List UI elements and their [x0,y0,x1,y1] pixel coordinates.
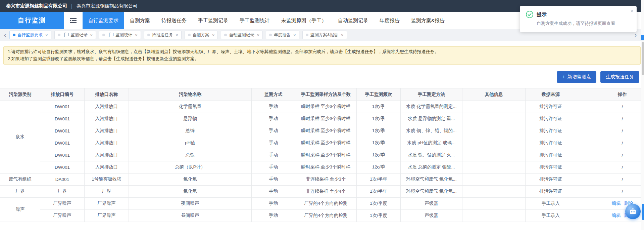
chevron-left-icon[interactable]: ‹ [2,29,8,41]
sidebar-collapse-icon[interactable] [64,12,83,29]
table-row: DW001入河排放口总铁手动瞬时采样 至少3个瞬时样1次/季水质 铁、锰的测定 … [0,149,641,161]
cell-extra [576,101,604,113]
nav-item-4[interactable]: 手工监测统计 [234,12,276,29]
tag-close-icon[interactable]: × [90,33,93,38]
plus-icon: + [562,74,565,80]
topbar-separator: | [71,3,72,9]
vertical-scrollbar[interactable] [641,0,644,230]
tag-close-icon[interactable]: × [341,33,344,38]
nav-item-0[interactable]: 自行监测要求 [83,12,124,29]
app-title[interactable]: 自行监测 [0,12,64,29]
table-row: DW001入河排放口总磷（以P计）手动瞬时采样 至少3个瞬时样1次/季水质 总磷… [0,161,641,173]
cell-outlet-name: 1号酸雾吸收塔 [85,173,129,185]
cell-operation: / [604,113,641,125]
cell-frequency: 1次/季 [357,125,401,137]
nav-item-2[interactable]: 待报送任务 [156,12,192,29]
tag-close-icon[interactable]: × [212,33,215,38]
generate-task-button[interactable]: 生成报送任务 [600,71,639,83]
tag-dot-icon [188,34,191,36]
cell-extra [576,125,604,137]
cell-method: 环境空气和废气 氯化氢... [401,185,462,197]
nav-item-1[interactable]: 自测方案 [124,12,156,29]
cell-mode: 手动 [252,173,295,185]
tag-chip[interactable]: 年度报告× [266,31,299,39]
cell-outlet-no: 厂界噪声 [40,197,85,209]
tag-chip[interactable]: 自行监测要求× [9,31,51,39]
cell-other [462,137,526,149]
edit-link[interactable]: 编辑 [612,201,621,206]
cell-outlet-name: 厂界噪声 [85,209,129,222]
tag-close-icon[interactable]: × [45,33,48,38]
cell-outlet-no: DW001 [40,125,85,137]
cell-method: 水质 总磷的测定 钼酸... [401,161,462,173]
table-row: 厂界噪声厂界噪声昼间噪声手动厂界的4个方向的检测1次/季度声级器手工录入编辑删除 [0,209,641,222]
cell-other [462,149,526,161]
tag-close-icon[interactable]: × [135,33,138,38]
category-cell: 废水 [0,101,40,173]
cell-method: 水质 铜、锌、铅、镉的... [401,125,462,137]
nav-item-7[interactable]: 年度报告 [374,12,405,29]
tag-close-icon[interactable]: × [257,33,259,38]
tag-list: 自行监测要求×手工监测记录×手工监测统计×待报送任务×自测方案×自动监测记录×年… [9,31,347,39]
table-row: 厂界厂界厂界氯化氢手动非连续采样 至少4个1次/半年环境空气和废气 氯化氢...… [0,185,641,197]
add-monitor-point-button[interactable]: + 新增监测点 [557,71,596,83]
cell-source: 排污许可证 [526,161,576,173]
cell-mode: 手动 [252,161,295,173]
tag-close-icon[interactable]: × [293,33,296,38]
nav-item-3[interactable]: 手工监测记录 [192,12,234,29]
cell-outlet-no: DW001 [40,149,85,161]
tag-chip[interactable]: 监测方案&报告× [302,31,347,39]
tag-chip[interactable]: 自动监测记录× [221,31,263,39]
cell-frequency: 1次/季 [357,137,401,149]
cell-source: 排污许可证 [526,137,576,149]
scrollbar-thumb[interactable] [642,42,644,75]
cell-other [462,101,526,113]
tag-chip[interactable]: 自测方案× [185,31,218,39]
toolbar: + 新增监测点 生成报送任务 [5,71,639,83]
assistant-widget[interactable] [625,204,641,219]
category-cell: 厂界 [0,185,40,197]
cell-frequency: 1次/半年 [357,173,401,185]
company-name-secondary[interactable]: 泰兴市宏源钢丝制品有限公司 [77,3,138,9]
cell-other [462,113,526,125]
col-header-10 [576,88,604,101]
edge-tab[interactable] [642,204,644,220]
cell-mode: 手动 [252,101,295,113]
cell-sampling: 瞬时采样 至少3个瞬时样 [295,137,357,149]
col-header-4: 监测方式 [252,88,295,101]
nav-item-8[interactable]: 监测方案&报告 [405,12,450,29]
cell-sampling: 瞬时采样 至少3个瞬时样 [295,161,357,173]
tag-dot-icon [147,34,150,36]
cell-source: 手工录入 [526,209,576,222]
category-cell: 废气有组织 [0,173,40,185]
cell-outlet-no: DA001 [40,173,85,185]
company-name-primary[interactable]: 泰兴市宏源钢丝制品有限公司 [6,3,67,9]
tag-chip[interactable]: 手工监测记录× [54,31,96,39]
edit-link[interactable]: 编辑 [612,213,621,218]
cell-outlet-name: 入河排放口 [85,137,129,149]
tag-close-icon[interactable]: × [176,33,178,38]
col-header-0: 污染源类别 [0,88,40,101]
table-row: 噪声厂界噪声厂界噪声夜间噪声手动厂界的4个方向的检测1次/季度声级器手工录入编辑… [0,197,641,209]
tag-chip[interactable]: 手工监测统计× [99,31,141,39]
cell-method: 水质 化学需氧量的测定... [401,101,462,113]
col-header-1: 排放口编号 [40,88,85,101]
cell-outlet-name: 入河排放口 [85,161,129,173]
tag-dot-icon [224,34,227,36]
tag-chip[interactable]: 待报送任务× [144,31,182,39]
cell-method: 声级器 [401,197,462,209]
cell-pollutant: 化学需氧量 [129,101,252,113]
monitoring-table: 污染源类别排放口编号排放口名称污染物名称监测方式手工监测采样方法及个数手工监测频… [0,88,641,222]
tag-dot-icon [269,34,272,36]
cell-outlet-no: DW001 [40,101,85,113]
notice-line-2: 2.如果增加了监测点或修改了监测频次等信息，请点击【生成报送任务】按钮更新企业的… [8,55,636,63]
tag-dot-icon [58,34,60,36]
cell-method: 声级器 [401,209,462,222]
nav-item-5[interactable]: 未监测原因（手工） [276,12,332,29]
nav-item-6[interactable]: 自动监测记录 [332,12,374,29]
cell-outlet-name: 入河排放口 [85,149,129,161]
toast-close-icon[interactable]: × [630,8,633,14]
cell-outlet-name: 厂界 [85,185,129,197]
instruction-notice: 1.请对照排污许可证自行监测要求，核对废水、废气有组织信息，点击【新增监测点】按… [3,46,641,65]
cell-frequency: 1次/季度 [357,197,401,209]
